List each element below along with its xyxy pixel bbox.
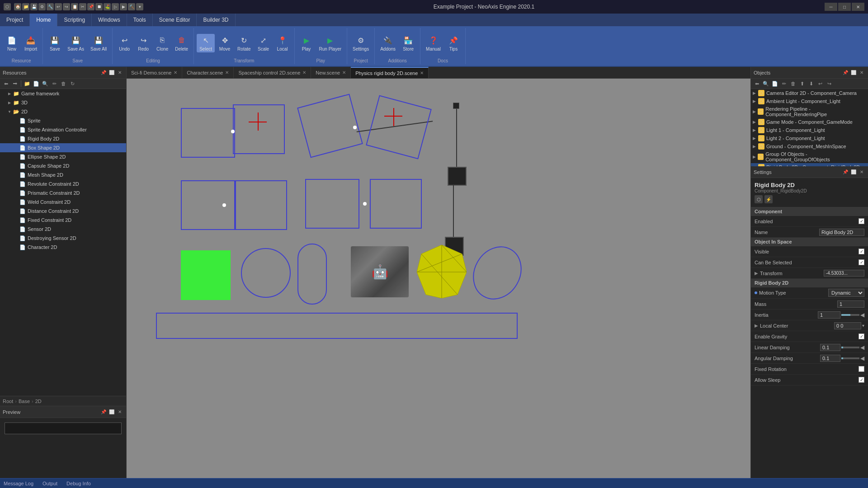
settings-input-linear-damping[interactable] [820,344,840,351]
store-button[interactable]: 🏪 Store [399,34,417,52]
obj-tb-9[interactable]: ↪ [825,80,833,88]
play-button[interactable]: ▶ Play [297,34,316,52]
settings-checkbox-enable-gravity[interactable] [859,333,864,339]
res-tb-3[interactable]: 📁 [23,80,31,88]
tb-icon-15[interactable]: 🔨 [128,3,135,10]
tb-icon-2[interactable]: 📁 [22,3,29,10]
obj-item-group[interactable]: ▶ ⬡ Group Of Objects - Component_GroupOf… [751,150,868,163]
tb-icon-12[interactable]: ⛳ [104,3,111,10]
tips-button[interactable]: 📌 Tips [444,34,462,52]
tb-icon-6[interactable]: ↩ [55,3,62,10]
obj-item-ground[interactable]: ▶ ⬡ Ground - Component_MeshInSpace [751,142,868,150]
undo-button[interactable]: ↩ Undo [115,34,133,52]
resources-close-button[interactable]: ✕ [116,69,123,76]
settings-dropdown-local-center[interactable]: ▾ [862,323,864,328]
obj-item-camera[interactable]: ▶ ⬡ Camera Editor 2D - Component_Camera [751,89,868,97]
resources-float-button[interactable]: ⬜ [108,69,115,76]
settings-select-motion-type[interactable]: Dynamic Static Kinematic [828,289,864,297]
breadcrumb-base[interactable]: Base [19,399,30,404]
res-tb-1[interactable]: ⬅ [2,80,10,88]
settings-checkbox-can-be-selected[interactable] [859,259,864,265]
objects-pin-button[interactable]: 📌 [842,69,849,76]
obj-tb-6[interactable]: ⬆ [798,80,806,88]
tab-close-spaceship[interactable]: ✕ [302,70,306,75]
tree-item-gamefw[interactable]: ▶ 📁 Game framework [0,89,126,98]
menu-project[interactable]: Project [0,14,30,26]
obj-item-gamemode[interactable]: ▶ ⬡ Game Mode - Component_GameMode [751,118,868,126]
maximize-button[interactable]: □ [838,3,851,11]
tab-character[interactable]: Character.scene ✕ [182,67,234,78]
obj-tb-8[interactable]: ↩ [816,80,824,88]
obj-item-rendering[interactable]: ▶ ⬡ Rendering Pipeline - Component_Rende… [751,105,868,118]
tree-item-rigid-body-2d[interactable]: 📄 Rigid Body 2D [0,134,126,143]
tb-icon-7[interactable]: ↪ [63,3,70,10]
settings-input-local-center[interactable] [834,322,861,329]
menu-home[interactable]: Home [30,14,57,26]
settings-expand-local-center[interactable]: ▶ [755,323,758,328]
tree-item-mesh-shape-2d[interactable]: 📄 Mesh Shape 2D [0,170,126,179]
settings-close-button[interactable]: ✕ [858,169,865,176]
tree-item-prismatic-constraint-2d[interactable]: 📄 Prismatic Constraint 2D [0,188,126,197]
tb-icon-5[interactable]: 🔧 [47,3,54,10]
settings-input-inertia[interactable] [818,311,840,319]
tree-item-ellipse-shape-2d[interactable]: 📄 Ellipse Shape 2D [0,152,126,161]
tb-icon-8[interactable]: 📋 [71,3,78,10]
tb-icon-10[interactable]: 📌 [87,3,94,10]
tree-item-distance-constraint-2d[interactable]: 📄 Distance Constraint 2D [0,206,126,216]
settings-expand-transform[interactable]: ▶ [755,271,758,276]
objects-float-button[interactable]: ⬜ [850,69,857,76]
settings-checkbox-enabled[interactable] [859,218,864,224]
obj-item-light1[interactable]: ▶ ⬡ Light 1 - Component_Light [751,126,868,134]
manual-button[interactable]: ❓ Manual [423,34,443,52]
preview-float-button[interactable]: ⬜ [108,408,115,416]
settings-pin-button[interactable]: 📌 [842,169,849,176]
tree-item-capsule-shape-2d[interactable]: 📄 Capsule Shape 2D [0,161,126,170]
settings-slider-arrow-linear-damping[interactable]: ◀ [860,344,864,351]
tb-icon-14[interactable]: ▶ [120,3,127,10]
settings-input-name[interactable] [819,229,864,236]
tb-icon-3[interactable]: 💾 [30,3,38,10]
tab-physics[interactable]: Physics rigid body 2D.scene ✕ [351,67,429,78]
tb-icon-16[interactable]: ▾ [136,3,143,10]
tb-icon-1[interactable]: 🏠 [14,3,21,10]
res-tb-2[interactable]: ⮕ [11,80,19,88]
tree-item-sprite-anim[interactable]: 📄 Sprite Animation Controller [0,125,126,134]
tree-item-box-shape-2d[interactable]: 📄 Box Shape 2D [0,143,126,152]
local-button[interactable]: 📍 Local [274,34,292,52]
menu-builder-3d[interactable]: Builder 3D [197,14,235,26]
settings-s-icon-1[interactable]: ⬡ [755,195,763,203]
scale-button[interactable]: ⤢ Scale [255,34,273,52]
new-button[interactable]: 📄 New [3,34,21,52]
res-tb-4[interactable]: 📄 [32,80,40,88]
tab-close-new[interactable]: ✕ [342,70,346,75]
delete-button[interactable]: 🗑 Delete [172,34,191,52]
settings-slider-inertia[interactable] [841,314,859,316]
obj-tb-4[interactable]: ✏ [780,80,788,88]
status-debug-info[interactable]: Debug Info [66,481,91,486]
obj-tb-7[interactable]: ⬇ [807,80,815,88]
import-button[interactable]: 📥 Import [22,34,40,52]
viewport[interactable]: 🤖 [127,79,750,478]
move-button[interactable]: ✥ Move [216,34,234,52]
tab-sci-fi-demo[interactable]: Sci-fi Demo.scene ✕ [127,67,182,78]
res-tb-7[interactable]: 🗑 [59,80,67,88]
tree-item-fixed-constraint-2d[interactable]: 📄 Fixed Constraint 2D [0,216,126,225]
objects-close-button[interactable]: ✕ [858,69,865,76]
tb-icon-4[interactable]: ⚙ [38,3,46,10]
settings-checkbox-visible[interactable] [859,249,864,254]
status-output[interactable]: Output [42,481,57,486]
tree-item-2d[interactable]: ▼ 📂 2D [0,107,126,116]
rotate-button[interactable]: ↻ Rotate [235,34,253,52]
redo-button[interactable]: ↪ Redo [134,34,152,52]
obj-tb-3[interactable]: 📄 [771,80,779,88]
menu-windows[interactable]: Windows [92,14,127,26]
obj-item-ambient[interactable]: ▶ ⬡ Ambient Light - Component_Light [751,97,868,105]
close-button[interactable]: ✕ [852,3,864,11]
tree-item-weld-constraint-2d[interactable]: 📄 Weld Constraint 2D [0,197,126,206]
tree-item-sprite[interactable]: 📄 Sprite [0,116,126,125]
res-tb-6[interactable]: ✏ [50,80,58,88]
res-tb-5[interactable]: 🔍 [41,80,49,88]
tree-item-character-2d[interactable]: 📄 Character 2D [0,243,126,252]
tree-item-destroying-sensor-2d[interactable]: 📄 Destroying Sensor 2D [0,234,126,243]
tab-close-character[interactable]: ✕ [225,70,229,75]
